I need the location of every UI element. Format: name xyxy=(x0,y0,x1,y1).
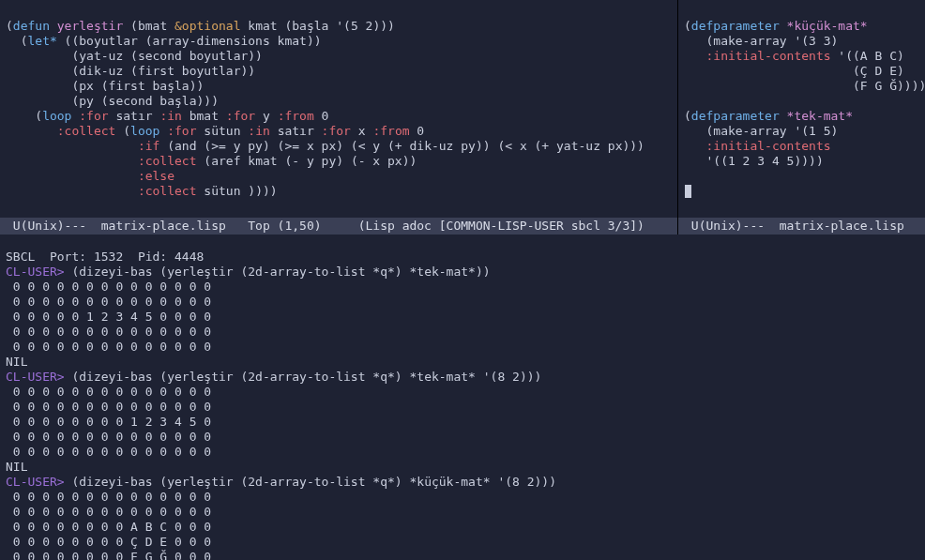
code: :initial-contents '((A B C) xyxy=(684,49,904,63)
code: (loop :for satır :in bmat :for y :from 0 xyxy=(6,109,328,123)
code: :else xyxy=(6,169,174,183)
code: (Ç D E) xyxy=(684,64,904,78)
code: (px (first başla)) xyxy=(6,79,204,93)
repl-output: 0 0 0 0 0 0 0 0 0 0 0 0 0 0 0 0 0 0 0 0 … xyxy=(6,385,211,474)
top-split: (defun yerleştir (bmat &optional kmat (b… xyxy=(0,0,925,218)
code: '((1 2 3 4 5)))) xyxy=(684,154,824,168)
code: (F G Ğ)))) xyxy=(684,79,925,93)
repl-line: CL-USER> (dizeyi-bas (yerleştir (2d-arra… xyxy=(6,475,556,489)
code: (defun yerleştir (bmat &optional kmat (b… xyxy=(6,19,395,33)
code: :initial-contents xyxy=(684,139,831,153)
code: (defparameter *küçük-mat* xyxy=(684,19,868,33)
modeline-row: U(Unix)--- matrix-place.lisp Top (1,50) … xyxy=(0,218,925,235)
repl-output: 0 0 0 0 0 0 0 0 0 0 0 0 0 0 0 0 0 0 0 0 … xyxy=(6,280,211,369)
code: :collect sütun )))) xyxy=(6,184,278,198)
repl-line: CL-USER> (dizeyi-bas (yerleştir (2d-arra… xyxy=(6,265,491,279)
code: (py (second başla))) xyxy=(6,94,219,108)
code: :collect (aref kmat (- y py) (- x px)) xyxy=(6,154,417,168)
repl-header: SBCL Port: 1532 Pid: 4448 xyxy=(6,250,204,264)
code: :collect (loop :for sütun :in satır :for… xyxy=(6,124,424,138)
right-code-pane[interactable]: (defparameter *küçük-mat* (make-array '(… xyxy=(678,0,925,218)
cursor-icon xyxy=(685,185,691,198)
code: (let* ((boyutlar (array-dimensions kmat)… xyxy=(6,34,322,48)
code: (make-array '(1 5) xyxy=(684,124,838,138)
code: :if (and (>= y py) (>= x px) (< y (+ dik… xyxy=(6,139,644,153)
repl-pane[interactable]: SBCL Port: 1532 Pid: 4448 CL-USER> (dize… xyxy=(0,235,925,560)
modeline-left: U(Unix)--- matrix-place.lisp Top (1,50) … xyxy=(0,218,678,235)
code: (make-array '(3 3) xyxy=(684,34,838,48)
repl-output: 0 0 0 0 0 0 0 0 0 0 0 0 0 0 0 0 0 0 0 0 … xyxy=(6,490,211,560)
code: (yat-uz (second boyutlar)) xyxy=(6,49,263,63)
left-code-pane[interactable]: (defun yerleştir (bmat &optional kmat (b… xyxy=(0,0,678,218)
modeline-right: U(Unix)--- matrix-place.lisp xyxy=(678,218,925,235)
code: (defparameter *tek-mat* xyxy=(684,109,853,123)
repl-line: CL-USER> (dizeyi-bas (yerleştir (2d-arra… xyxy=(6,370,541,384)
editor-frame: (defun yerleştir (bmat &optional kmat (b… xyxy=(0,0,925,560)
code: (dik-uz (first boyutlar)) xyxy=(6,64,255,78)
